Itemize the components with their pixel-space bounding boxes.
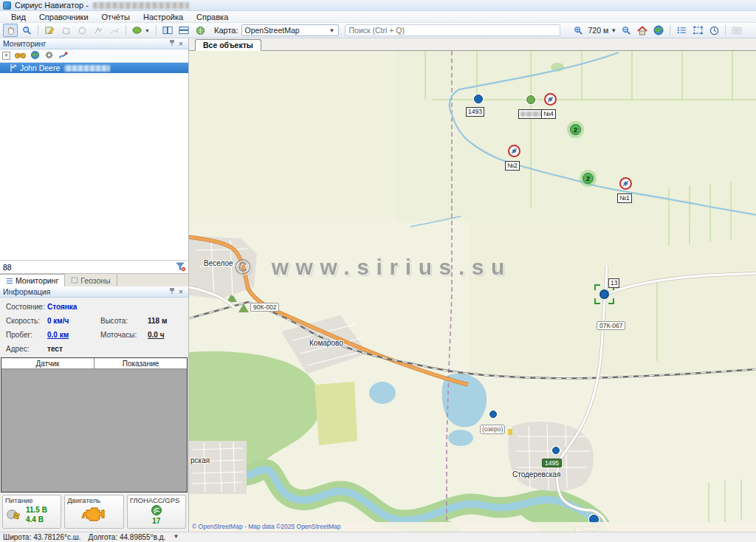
geozone-sign-2[interactable] [508, 145, 520, 157]
pin-panel-icon[interactable] [168, 287, 176, 296]
show-track-button[interactable] [58, 51, 69, 61]
title-bar: Сириус Навигатор - [0, 0, 756, 11]
road-shield-07k067: 07К-067 [597, 321, 625, 330]
menu-view[interactable]: Вид [4, 12, 32, 22]
geozone-blob-icon [132, 26, 143, 35]
zoom-in-button[interactable] [571, 24, 586, 37]
status-caret-icon[interactable]: ▼ [173, 533, 179, 540]
home-icon [637, 26, 647, 35]
add-circle-zone-button[interactable] [75, 24, 89, 37]
search-input[interactable] [345, 24, 560, 36]
geozone-sign-1-label: №1 [617, 193, 632, 203]
vehicle-settings-button[interactable] [44, 50, 54, 61]
sign-glyph-icon [622, 180, 629, 187]
filter-button[interactable] [173, 262, 188, 272]
info-panel-title: Информация [3, 287, 50, 296]
geozones-visibility-button[interactable]: ▼ [130, 24, 152, 37]
hours-label: Моточасы: [100, 331, 148, 339]
world-view-button[interactable] [651, 24, 666, 37]
geozone-sign-1[interactable] [619, 177, 632, 190]
engine-gauge: Двигатель [64, 495, 123, 529]
info-panel-header: Информация × [0, 287, 188, 298]
clock-icon [709, 26, 719, 35]
expand-all-button[interactable]: + [2, 52, 10, 60]
pin-panel-icon[interactable] [168, 39, 176, 48]
application-window: Сириус Навигатор - Вид Справочники Отчёт… [0, 0, 756, 542]
screen-keyboard-button[interactable] [729, 24, 744, 37]
find-vehicle-button[interactable] [15, 51, 26, 61]
map-tab-all-objects[interactable]: Все объекты [195, 39, 261, 51]
vehicle-marker-1493[interactable] [474, 95, 483, 103]
toolbar-separator [156, 25, 157, 35]
menu-directories[interactable]: Справочники [32, 12, 95, 22]
hours-value[interactable]: 0.0 ч [148, 331, 165, 339]
gps-satellites-count: 17 [152, 516, 160, 526]
cut-polyline-button[interactable] [107, 24, 122, 37]
home-view-button[interactable] [635, 24, 650, 37]
circle-zone-icon [78, 26, 87, 35]
tab-geozones[interactable]: Геозоны [65, 274, 117, 287]
menu-settings[interactable]: Настройка [137, 12, 190, 22]
map-scale-value: 720 м [588, 26, 609, 35]
main-toolbar: ▼ Карта: OpenStreetMap ▼ 720 м ▼ [0, 23, 756, 38]
status-latitude: Широта: 43.78126°с.ш. [3, 533, 81, 541]
engine-icon [81, 505, 106, 523]
map-provider-select[interactable]: OpenStreetMap ▼ [241, 24, 339, 36]
satellite-icon [151, 505, 162, 516]
cluster-marker[interactable]: 2 [580, 170, 597, 187]
sign-glyph-icon [547, 96, 554, 103]
altitude-label: Высота: [100, 317, 148, 325]
vehicle-list-area[interactable] [0, 73, 188, 260]
filter-input[interactable] [0, 263, 173, 272]
zoom-out-icon [622, 26, 631, 35]
show-on-map-button[interactable] [30, 50, 40, 61]
map-3d-button[interactable] [193, 24, 207, 37]
zoom-out-button[interactable] [619, 24, 633, 37]
polygon-icon [61, 26, 71, 35]
filter-row [0, 260, 188, 273]
history-time-button[interactable] [707, 24, 721, 37]
close-panel-icon[interactable]: × [176, 288, 185, 296]
monitoring-panel-header: Мониторинг × [0, 38, 188, 49]
vehicle-tree-item[interactable]: John Deere [0, 63, 188, 73]
legend-button[interactable] [674, 24, 689, 37]
app-logo-icon [3, 1, 11, 10]
horizontal-panel-button[interactable] [176, 24, 191, 37]
binoculars-icon [15, 51, 26, 59]
vehicle-flag-icon [10, 64, 17, 72]
tab-geozones-label: Геозоны [80, 276, 110, 285]
menu-reports[interactable]: Отчёты [95, 12, 137, 22]
place-label-stoderevskaya: Стодеревская [512, 470, 560, 478]
sensor-col-value[interactable]: Показание [94, 358, 187, 368]
sign-glyph-icon [511, 148, 518, 154]
vehicle-marker-green[interactable] [526, 95, 535, 104]
edit-polyline-button[interactable] [91, 24, 106, 37]
edit-geozone-button[interactable] [42, 24, 57, 37]
pan-tool-button[interactable] [3, 24, 18, 37]
menu-help[interactable]: Справка [190, 12, 235, 22]
poi-marker[interactable] [552, 447, 560, 454]
track-route-icon [58, 51, 69, 60]
sensor-col-name[interactable]: Датчик [1, 358, 94, 368]
map-scale-select[interactable]: 720 м ▼ [588, 26, 617, 35]
geozone-sign-4[interactable] [544, 93, 557, 106]
map-area: Все объекты [189, 38, 756, 532]
power-voltage-1: 11.5 В [26, 505, 47, 515]
mileage-label: Пробег: [6, 331, 47, 339]
mileage-value[interactable]: 0.0 км [47, 331, 100, 339]
map-provider-value: OpenStreetMap [245, 26, 300, 35]
status-bar: Широта: 43.78126°с.ш. Долгота: 44.89855°… [0, 532, 756, 542]
tab-monitoring[interactable]: Мониторинг [0, 274, 65, 287]
add-polygon-button[interactable] [58, 24, 73, 37]
panels-layout-button[interactable] [160, 24, 175, 37]
lake-label: (озеро) [480, 425, 505, 434]
select-area-button[interactable] [690, 24, 705, 37]
poi-marker[interactable] [489, 411, 497, 418]
cluster-count: 2 [583, 173, 594, 184]
map-canvas[interactable]: Веселое Комарово Стодеревская рская (озе… [189, 51, 756, 532]
selected-vehicle-dot [599, 289, 609, 299]
zoom-tool-button[interactable] [19, 24, 34, 37]
close-panel-icon[interactable]: × [176, 40, 185, 48]
cluster-marker[interactable]: 2 [567, 121, 584, 138]
combo-caret-icon: ▼ [329, 27, 335, 34]
